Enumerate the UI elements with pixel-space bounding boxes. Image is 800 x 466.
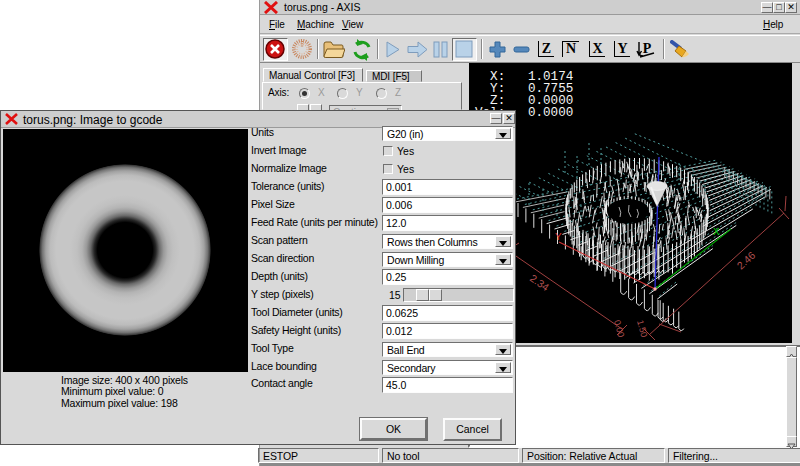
- svg-text:Y: Y: [555, 231, 562, 243]
- svg-text:2.34: 2.34: [528, 272, 552, 293]
- svg-text:2.46: 2.46: [734, 249, 757, 272]
- svg-text:X: X: [713, 226, 720, 238]
- svg-text:1.50: 1.50: [635, 319, 649, 339]
- svg-text:0.00: 0.00: [612, 319, 626, 339]
